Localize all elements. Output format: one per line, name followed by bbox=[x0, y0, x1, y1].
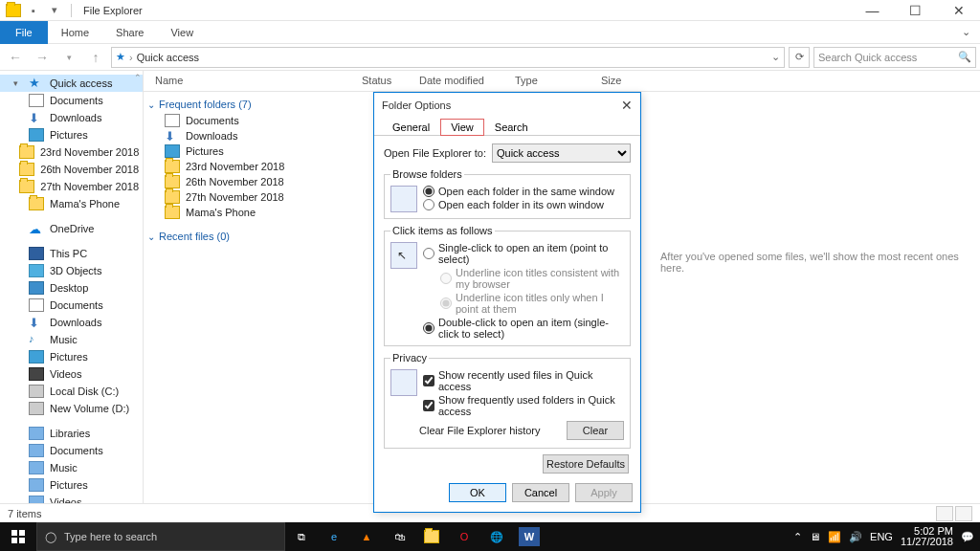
ribbon-collapse-icon[interactable]: ⌄ bbox=[952, 26, 980, 38]
taskbar-app-word[interactable]: W bbox=[519, 527, 540, 546]
clear-button[interactable]: Clear bbox=[567, 421, 624, 440]
tab-search[interactable]: Search bbox=[484, 119, 539, 136]
open-to-select[interactable]: Quick access bbox=[492, 143, 631, 163]
radio-double-click[interactable]: Double-click to open an item (single-cli… bbox=[423, 317, 624, 340]
svg-rect-2 bbox=[11, 538, 17, 543]
col-date[interactable]: Date modified bbox=[412, 71, 507, 91]
nav-lib-documents[interactable]: Documents bbox=[0, 442, 143, 459]
taskbar-app-edge[interactable]: e bbox=[318, 522, 350, 551]
dialog-close-button[interactable]: ✕ bbox=[621, 98, 633, 113]
address-bar[interactable]: ★ › Quick access ⌄ bbox=[111, 47, 785, 68]
nav-qa-folder[interactable]: 23rd November 2018 bbox=[0, 143, 143, 161]
nav-lib-pictures[interactable]: Pictures bbox=[0, 476, 143, 494]
ribbon-tab-home[interactable]: Home bbox=[48, 23, 102, 42]
close-button[interactable]: ✕ bbox=[937, 0, 980, 21]
scroll-up-icon[interactable]: ⌃ bbox=[134, 73, 142, 82]
nav-pc-3dobjects[interactable]: 3D Objects bbox=[0, 262, 143, 279]
qat-dropdown[interactable]: ▾ bbox=[46, 3, 63, 18]
nav-onedrive[interactable]: ☁OneDrive bbox=[0, 220, 143, 237]
ribbon-file-tab[interactable]: File bbox=[0, 21, 48, 44]
nav-qa-folder[interactable]: 26th November 2018 bbox=[0, 161, 143, 178]
tray-clock[interactable]: 5:02 PM 11/27/2018 bbox=[901, 526, 953, 547]
separator bbox=[71, 4, 72, 17]
taskbar: ◯Type here to search ⧉ e ▲ 🛍 O 🌐 W ⌃ 🖥 📶… bbox=[0, 522, 980, 551]
tab-general[interactable]: General bbox=[382, 119, 440, 136]
column-headers: Name Status Date modified Type Size bbox=[144, 71, 980, 92]
apply-button[interactable]: Apply bbox=[575, 483, 633, 502]
tab-view[interactable]: View bbox=[440, 119, 484, 136]
col-type[interactable]: Type bbox=[507, 71, 593, 91]
nav-qa-pictures[interactable]: Pictures bbox=[0, 126, 143, 143]
search-placeholder: Search Quick access bbox=[818, 52, 917, 63]
ribbon: File Home Share View ⌄ bbox=[0, 21, 980, 44]
nav-qa-downloads[interactable]: ⬇Downloads bbox=[0, 109, 143, 126]
nav-pc-documents[interactable]: Documents bbox=[0, 297, 143, 314]
navigation-pane[interactable]: ⌃ ▾★Quick access Documents ⬇Downloads Pi… bbox=[0, 71, 144, 503]
dialog-titlebar[interactable]: Folder Options ✕ bbox=[374, 93, 640, 118]
cortana-icon: ◯ bbox=[45, 531, 56, 543]
nav-up-button[interactable]: ↑ bbox=[84, 46, 107, 69]
minimize-button[interactable]: — bbox=[851, 0, 894, 21]
start-button[interactable] bbox=[0, 530, 36, 543]
check-recent-files[interactable]: Show recently used files in Quick access bbox=[423, 369, 624, 392]
tray-up-icon[interactable]: ⌃ bbox=[793, 531, 802, 543]
col-name[interactable]: Name bbox=[144, 71, 354, 91]
clear-history-label: Clear File Explorer history bbox=[419, 425, 541, 436]
taskbar-app-opera[interactable]: O bbox=[448, 522, 480, 551]
tray-language[interactable]: ENG bbox=[870, 531, 893, 542]
svg-rect-0 bbox=[11, 530, 17, 536]
breadcrumb[interactable]: Quick access bbox=[137, 52, 199, 63]
nav-this-pc[interactable]: This PC bbox=[0, 245, 143, 262]
ok-button[interactable]: OK bbox=[449, 483, 506, 502]
col-status[interactable]: Status bbox=[354, 71, 412, 91]
check-frequent-folders[interactable]: Show frequently used folders in Quick ac… bbox=[423, 394, 624, 417]
tray-notifications-icon[interactable]: 💬 bbox=[961, 531, 974, 543]
view-details-button[interactable] bbox=[936, 506, 953, 521]
tray-volume-icon[interactable]: 🔊 bbox=[849, 531, 862, 543]
tray-network-icon[interactable]: 📶 bbox=[828, 531, 841, 543]
address-dropdown-icon[interactable]: ⌄ bbox=[771, 51, 780, 63]
taskbar-app-explorer[interactable] bbox=[415, 522, 448, 551]
search-box[interactable]: Search Quick access 🔍 bbox=[813, 47, 976, 68]
maximize-button[interactable]: ☐ bbox=[894, 0, 937, 21]
radio-single-click[interactable]: Single-click to open an item (point to s… bbox=[423, 242, 624, 265]
nav-lib-music[interactable]: Music bbox=[0, 459, 143, 476]
open-to-label: Open File Explorer to: bbox=[384, 147, 486, 159]
taskbar-app-vlc[interactable]: ▲ bbox=[350, 522, 383, 551]
qat-btn[interactable]: ▪ bbox=[25, 3, 42, 18]
nav-back-button[interactable]: ← bbox=[4, 46, 27, 69]
taskbar-app-chrome[interactable]: 🌐 bbox=[480, 522, 513, 551]
ribbon-tab-share[interactable]: Share bbox=[102, 23, 157, 42]
nav-qa-documents[interactable]: Documents bbox=[0, 92, 143, 109]
nav-history-dropdown[interactable]: ▾ bbox=[57, 46, 80, 69]
nav-lib-videos[interactable]: Videos bbox=[0, 494, 143, 503]
browse-folders-group: Browse folders Open each folder in the s… bbox=[384, 168, 631, 219]
ribbon-tab-view[interactable]: View bbox=[157, 23, 207, 42]
radio-own-window[interactable]: Open each folder in its own window bbox=[423, 199, 614, 210]
cancel-button[interactable]: Cancel bbox=[512, 483, 569, 502]
taskbar-app-store[interactable]: 🛍 bbox=[383, 522, 415, 551]
col-size[interactable]: Size bbox=[593, 71, 651, 91]
nav-quick-access[interactable]: ▾★Quick access bbox=[0, 75, 143, 92]
nav-pc-desktop[interactable]: Desktop bbox=[0, 279, 143, 297]
nav-pc-newvolume[interactable]: New Volume (D:) bbox=[0, 400, 143, 417]
view-icons-button[interactable] bbox=[955, 506, 972, 521]
nav-pc-localdisk[interactable]: Local Disk (C:) bbox=[0, 383, 143, 400]
taskbar-search[interactable]: ◯Type here to search bbox=[36, 522, 285, 551]
nav-pc-music[interactable]: ♪Music bbox=[0, 331, 143, 348]
nav-pc-pictures[interactable]: Pictures bbox=[0, 348, 143, 365]
quick-access-toolbar: ▪ ▾ File Explorer bbox=[0, 3, 143, 18]
radio-same-window[interactable]: Open each folder in the same window bbox=[423, 186, 614, 197]
nav-libraries[interactable]: Libraries bbox=[0, 425, 143, 442]
nav-pc-videos[interactable]: Videos bbox=[0, 365, 143, 383]
view-buttons bbox=[936, 506, 972, 521]
task-view-button[interactable]: ⧉ bbox=[285, 522, 318, 551]
nav-forward-button[interactable]: → bbox=[31, 46, 54, 69]
tray-icon[interactable]: 🖥 bbox=[810, 531, 820, 542]
nav-pc-downloads[interactable]: ⬇Downloads bbox=[0, 314, 143, 331]
nav-qa-folder[interactable]: 27th November 2018 bbox=[0, 178, 143, 195]
dialog-body: Open File Explorer to: Quick access Brow… bbox=[374, 136, 640, 477]
nav-qa-folder[interactable]: Mama's Phone bbox=[0, 195, 143, 212]
refresh-button[interactable]: ⟳ bbox=[789, 47, 810, 68]
restore-defaults-button[interactable]: Restore Defaults bbox=[543, 454, 629, 474]
